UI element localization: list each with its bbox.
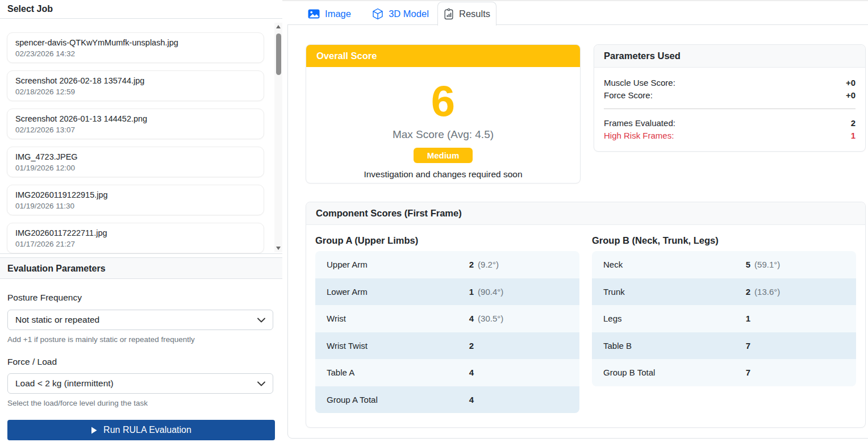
job-filename: spencer-davis-QTKwYmMumfk-unsplash.jpg	[15, 38, 256, 47]
job-list-scrollbar[interactable]	[274, 23, 282, 252]
row-label: Table B	[603, 341, 746, 351]
job-filename: Screenshot 2026-02-18 135744.jpg	[15, 76, 256, 85]
scrollbar-up-arrow-icon[interactable]	[276, 25, 281, 28]
chevron-down-icon	[257, 381, 265, 386]
job-timestamp: 01/17/2026 21:27	[15, 240, 256, 248]
params-divider	[604, 109, 856, 109]
param-value: 1	[851, 131, 856, 140]
param-label: Frames Evaluated:	[604, 118, 675, 128]
job-timestamp: 02/23/2026 14:32	[15, 49, 256, 58]
parameters-used-card: Parameters Used Muscle Use Score: +0 For…	[594, 44, 866, 152]
select-job-title: Select Job	[0, 0, 282, 19]
scrollbar-down-arrow-icon[interactable]	[276, 247, 281, 250]
table-row: Legs 1	[592, 305, 856, 332]
row-angle: (59.1°)	[754, 260, 780, 269]
row-score: 7	[746, 368, 750, 377]
job-list: spencer-davis-QTKwYmMumfk-unsplash.jpg 0…	[0, 19, 282, 254]
row-label: Table A	[327, 368, 469, 377]
job-card[interactable]: spencer-davis-QTKwYmMumfk-unsplash.jpg 0…	[7, 32, 264, 63]
param-label: Muscle Use Score:	[604, 78, 675, 87]
param-label: Force Score:	[604, 90, 653, 100]
table-row: Table B 7	[592, 332, 856, 360]
tab-results-label: Results	[459, 9, 490, 19]
table-row: Neck 5(59.1°)	[592, 251, 856, 278]
tab-results[interactable]: Results	[437, 2, 496, 26]
force-load-value: Load < 2 kg (intermittent)	[15, 378, 114, 389]
row-label: Group B Total	[603, 368, 746, 377]
row-angle: (9.2°)	[478, 260, 499, 269]
job-timestamp: 02/18/2026 12:59	[15, 87, 256, 96]
row-score: 7	[746, 341, 750, 351]
row-angle: (13.6°)	[754, 287, 780, 297]
row-label: Neck	[603, 260, 746, 269]
row-angle: (90.4°)	[478, 287, 503, 297]
table-row: Group B Total 7	[592, 359, 856, 386]
row-score: 4	[469, 395, 474, 405]
overall-score-card: Overall Score 6 Max Score (Avg: 4.5) Med…	[306, 44, 581, 184]
table-row: Trunk 2(13.6°)	[592, 278, 856, 306]
job-filename: IMG20260117222711.jpg	[15, 228, 256, 237]
risk-level-badge: Medium	[414, 148, 473, 163]
chevron-down-icon	[257, 318, 265, 323]
clipboard-data-icon	[444, 8, 454, 20]
risk-note: Investigation and changes required soon	[306, 169, 580, 180]
row-label: Legs	[603, 314, 746, 323]
image-icon	[308, 9, 320, 19]
left-panel: Select Job spencer-davis-QTKwYmMumfk-uns…	[0, 0, 282, 442]
row-label: Upper Arm	[327, 260, 469, 269]
job-timestamp: 02/12/2026 13:07	[15, 126, 256, 134]
row-score: 2	[746, 287, 750, 297]
job-card[interactable]: Screenshot 2026-01-13 144452.png 02/12/2…	[7, 109, 264, 139]
component-scores-card: Component Scores (First Frame) Group A (…	[306, 202, 866, 428]
tab-image[interactable]: Image	[295, 2, 364, 25]
table-row: Wrist 4(30.5°)	[315, 305, 579, 332]
overall-score-header: Overall Score	[306, 45, 580, 67]
posture-frequency-helper: Add +1 if posture is mainly static or re…	[7, 335, 273, 344]
job-filename: IMG20260119122915.jpg	[15, 190, 256, 199]
force-load-helper: Select the load/force level during the t…	[7, 399, 273, 407]
scrollbar-thumb[interactable]	[276, 34, 281, 75]
run-button-label: Run RULA Evaluation	[103, 425, 191, 435]
parameters-used-header: Parameters Used	[594, 45, 865, 68]
job-card[interactable]: IMG_4723.JPEG 01/19/2026 12:00	[7, 147, 264, 177]
job-filename: Screenshot 2026-01-13 144452.png	[15, 114, 256, 123]
cube-3d-icon	[372, 8, 383, 20]
job-filename: IMG_4723.JPEG	[15, 152, 256, 161]
table-row: Upper Arm 2(9.2°)	[315, 251, 579, 278]
row-score: 4	[469, 314, 474, 323]
param-row-force: Force Score: +0	[604, 89, 856, 101]
overall-score-value: 6	[306, 80, 580, 123]
param-value: 2	[851, 118, 856, 128]
table-row: Group A Total 4	[315, 386, 579, 414]
evaluation-parameters-section: Evaluation Parameters Posture Frequency …	[0, 257, 282, 440]
row-label: Wrist	[327, 314, 469, 323]
job-card[interactable]: IMG20260119122915.jpg 01/19/2026 11:30	[7, 185, 264, 215]
group-a-section: Group A (Upper Limbs) Upper Arm 2(9.2°) …	[315, 235, 579, 413]
row-score: 4	[469, 368, 474, 377]
param-row-frames: Frames Evaluated: 2	[604, 116, 856, 129]
group-b-title: Group B (Neck, Trunk, Legs)	[592, 235, 856, 246]
param-value: +0	[846, 78, 856, 87]
run-rula-evaluation-button[interactable]: Run RULA Evaluation	[7, 420, 275, 440]
force-load-select[interactable]: Load < 2 kg (intermittent)	[7, 373, 273, 394]
group-a-title: Group A (Upper Limbs)	[315, 235, 579, 246]
row-label: Wrist Twist	[327, 341, 469, 351]
posture-frequency-select[interactable]: Not static or repeated	[7, 310, 273, 330]
component-scores-header: Component Scores (First Frame)	[306, 202, 865, 225]
row-label: Group A Total	[327, 395, 469, 405]
job-card[interactable]: Screenshot 2026-02-18 135744.jpg 02/18/2…	[7, 70, 264, 101]
row-score: 2	[469, 341, 474, 351]
row-label: Trunk	[603, 287, 746, 297]
posture-frequency-value: Not static or repeated	[15, 315, 99, 325]
row-angle: (30.5°)	[478, 314, 503, 323]
job-card[interactable]: IMG20260117222711.jpg 01/17/2026 21:27	[7, 223, 264, 253]
param-row-high-risk: High Risk Frames: 1	[604, 129, 856, 141]
table-row: Wrist Twist 2	[315, 332, 579, 360]
job-timestamp: 01/19/2026 12:00	[15, 164, 256, 172]
table-row: Lower Arm 1(90.4°)	[315, 278, 579, 306]
force-load-label: Force / Load	[7, 357, 273, 367]
job-timestamp: 01/19/2026 11:30	[15, 202, 256, 210]
group-a-table: Upper Arm 2(9.2°) Lower Arm 1(90.4°) Wri…	[315, 251, 579, 413]
tab-3d-model[interactable]: 3D Model	[364, 2, 437, 25]
param-row-muscle: Muscle Use Score: +0	[604, 76, 856, 89]
